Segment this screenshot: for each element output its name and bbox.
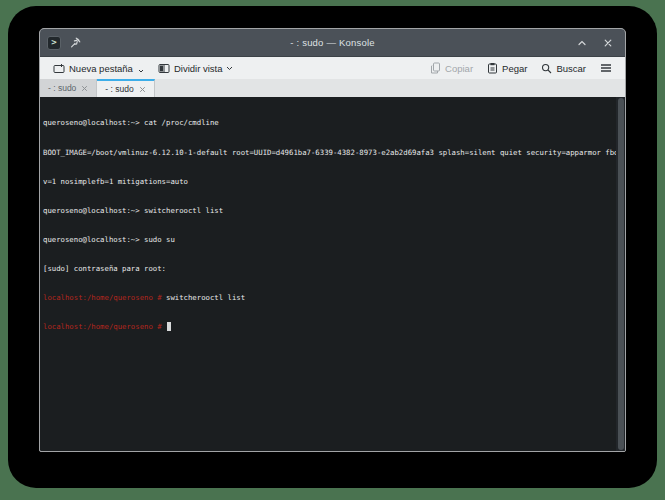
paste-label: Pegar [502,63,527,74]
minimize-button[interactable] [549,36,563,50]
scrollbar-track[interactable] [616,97,625,451]
hamburger-icon [600,63,612,73]
chevron-down-icon [226,66,233,71]
terminal-line: localhost:/home/queroseno # switcherooct… [43,293,609,303]
terminal-display[interactable]: queroseno@localhost:~> cat /proc/cmdline… [40,97,625,451]
tab-close-icon[interactable] [81,85,88,92]
close-button[interactable] [601,36,615,50]
new-tab-label: Nueva pestaña [69,63,133,74]
terminal-line: queroseno@localhost:~> switcherooctl lis… [43,206,609,216]
pin-icon[interactable] [68,36,82,50]
tab-bar: - : sudo - : sudo [40,79,625,97]
copy-button: Copiar [425,60,478,76]
clipboard-icon [487,62,498,74]
chevron-down-icon [138,69,144,73]
magnifier-icon [541,63,552,74]
terminal-line: BOOT_IMAGE=/boot/vmlinuz-6.12.10-1-defau… [43,148,609,158]
paste-button[interactable]: Pegar [482,60,532,76]
split-panes-icon [158,63,170,74]
terminal-output: queroseno@localhost:~> cat /proc/cmdline… [40,97,625,351]
menu-button[interactable] [595,61,617,75]
terminal-line: [sudo] contraseña para root: [43,264,609,274]
terminal-cursor [167,322,171,330]
window-title: - : sudo — Konsole [40,37,625,48]
konsole-window: > - : sudo — Konsole [39,28,626,452]
tab-close-icon[interactable] [139,86,146,93]
terminal-line: localhost:/home/queroseno # [43,322,609,332]
terminal-line: queroseno@localhost:~> cat /proc/cmdline [43,118,609,128]
copy-label: Copiar [445,63,473,74]
terminal-line: v=1 nosimplefb=1 mitigations=auto [43,177,609,187]
titlebar[interactable]: > - : sudo — Konsole [40,29,625,57]
split-view-button[interactable]: Dividir vista [153,61,239,76]
new-tab-button[interactable]: Nueva pestaña [48,61,149,76]
copy-pages-icon [430,62,441,74]
tab-plus-icon [53,63,65,74]
konsole-app-icon: > [47,36,61,50]
maximize-button[interactable] [575,36,589,50]
tab-title: - : sudo [105,84,133,94]
split-view-label: Dividir vista [174,63,223,74]
search-label: Buscar [556,63,586,74]
terminal-line: queroseno@localhost:~> sudo su [43,235,609,245]
tab-title: - : sudo [48,83,76,93]
tab-sudo-1[interactable]: - : sudo [40,79,97,97]
search-button[interactable]: Buscar [536,61,591,76]
toolbar: Nueva pestaña Dividir vista Copiar [40,57,625,79]
scrollbar-thumb[interactable] [618,98,624,450]
tab-sudo-2[interactable]: - : sudo [97,79,154,97]
